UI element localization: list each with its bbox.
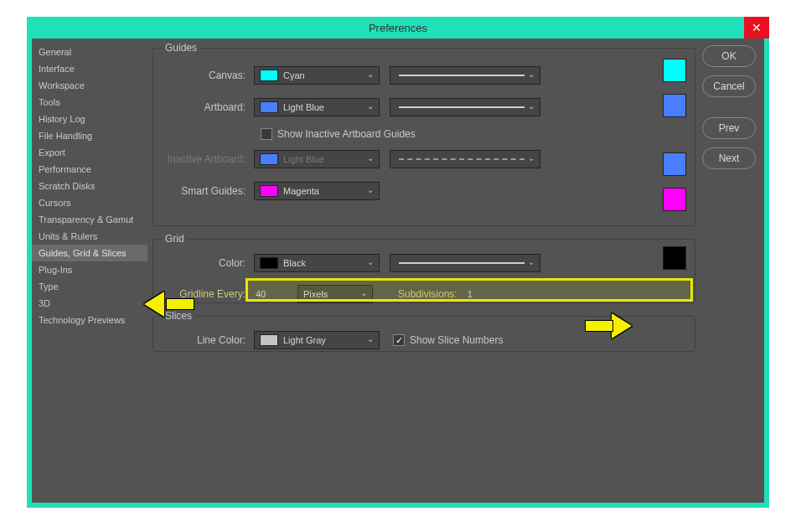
subdivisions-label: Subdivisions: [398, 288, 466, 300]
slices-color-swatch-icon [260, 334, 278, 346]
cancel-button[interactable]: Cancel [702, 75, 756, 97]
canvas-label: Canvas: [162, 70, 254, 81]
chevron-down-icon: ⌄ [367, 334, 374, 343]
sidebar-item-units-rulers[interactable]: Units & Rulers [32, 228, 147, 245]
grid-style-select[interactable]: ⌄ [390, 254, 540, 272]
dialog-body: General Interface Workspace Tools Histor… [32, 39, 764, 503]
sidebar-item-interface[interactable]: Interface [32, 60, 147, 77]
prev-button[interactable]: Prev [702, 117, 756, 139]
show-inactive-checkbox[interactable] [261, 128, 272, 140]
grid-color-select[interactable]: Black ⌄ [254, 254, 380, 272]
canvas-style-select[interactable]: ⌄ [390, 66, 540, 85]
sidebar-item-performance[interactable]: Performance [32, 161, 147, 178]
sidebar-item-3d[interactable]: 3D [32, 295, 147, 312]
canvas-color-swatch-icon [260, 70, 278, 81]
chevron-down-icon: ⌄ [528, 153, 535, 163]
grid-legend: Grid [162, 233, 188, 245]
chevron-down-icon: ⌄ [367, 70, 374, 79]
sidebar-item-guides-grid-slices[interactable]: Guides, Grid & Slices [32, 245, 147, 261]
sidebar-item-export[interactable]: Export [32, 144, 147, 161]
chevron-down-icon: ⌄ [528, 70, 535, 79]
sidebar-item-transparency-gamut[interactable]: Transparency & Gamut [32, 211, 147, 228]
artboard-style-select[interactable]: ⌄ [390, 98, 540, 116]
chevron-down-icon: ⌄ [367, 185, 374, 194]
category-sidebar: General Interface Workspace Tools Histor… [32, 39, 147, 503]
slices-color-select[interactable]: Light Gray ⌄ [254, 331, 380, 349]
slices-line-color-label: Line Color: [162, 334, 254, 346]
ok-button[interactable]: OK [702, 45, 756, 67]
smart-guides-label: Smart Guides: [162, 185, 254, 197]
show-inactive-label: Show Inactive Artboard Guides [277, 128, 416, 140]
sidebar-item-workspace[interactable]: Workspace [32, 77, 147, 94]
artboard-label: Artboard: [162, 101, 254, 113]
slices-legend: Slices [162, 310, 195, 322]
smart-color-select[interactable]: Magenta ⌄ [254, 182, 380, 200]
gridline-every-input[interactable] [254, 287, 287, 302]
chevron-down-icon: ⌄ [367, 101, 374, 111]
grid-group: Grid Color: Black ⌄ ⌄ [152, 233, 695, 303]
inactive-color-select: Light Blue ⌄ [254, 150, 380, 168]
gridline-every-label: Gridline Every: [162, 288, 254, 300]
sidebar-item-tools[interactable]: Tools [32, 94, 147, 111]
sidebar-item-file-handling[interactable]: File Handling [32, 127, 147, 144]
inactive-style-select: ⌄ [390, 150, 540, 168]
sidebar-item-general[interactable]: General [32, 44, 147, 60]
smart-color-swatch-icon [260, 185, 278, 197]
close-icon: ✕ [752, 21, 762, 34]
grid-color-label: Color: [162, 257, 254, 269]
chevron-down-icon: ⌄ [528, 101, 535, 111]
sidebar-item-scratch-disks[interactable]: Scratch Disks [32, 178, 147, 194]
chevron-down-icon: ⌄ [367, 257, 374, 266]
chevron-down-icon: ⌄ [367, 153, 374, 163]
inactive-artboard-label: Inactive Artboard: [162, 153, 254, 165]
show-slice-numbers-label: Show Slice Numbers [410, 334, 503, 346]
inactive-color-swatch-icon [260, 153, 278, 165]
title-bar: Preferences ✕ [27, 17, 769, 39]
sidebar-item-technology-previews[interactable]: Technology Previews [32, 312, 147, 328]
grid-color-swatch[interactable] [663, 246, 686, 270]
subdivisions-input[interactable] [466, 287, 499, 302]
guides-legend: Guides [162, 42, 200, 54]
canvas-color-swatch[interactable] [663, 59, 686, 82]
artboard-color-swatch-icon [260, 101, 278, 113]
artboard-color-swatch[interactable] [663, 94, 686, 117]
next-button[interactable]: Next [702, 147, 756, 169]
show-slice-numbers-checkbox[interactable] [393, 334, 405, 346]
gridline-unit-select[interactable]: Pixels ⌄ [297, 285, 373, 303]
grid-color-swatch-icon [260, 257, 278, 269]
chevron-down-icon: ⌄ [528, 257, 535, 266]
content-area: Guides Canvas: Cyan ⌄ ⌄ [147, 39, 764, 503]
canvas-color-select[interactable]: Cyan ⌄ [254, 66, 380, 85]
sidebar-item-plug-ins[interactable]: Plug-Ins [32, 261, 147, 278]
artboard-color-select[interactable]: Light Blue ⌄ [254, 98, 380, 116]
slices-group: Slices Line Color: Light Gray ⌄ Show Sli… [152, 310, 695, 352]
preferences-window: Preferences ✕ General Interface Workspac… [27, 17, 769, 508]
guides-group: Guides Canvas: Cyan ⌄ ⌄ [152, 42, 695, 226]
sidebar-item-history-log[interactable]: History Log [32, 111, 147, 127]
smart-color-swatch[interactable] [663, 188, 686, 211]
close-button[interactable]: ✕ [744, 17, 769, 39]
chevron-down-icon: ⌄ [360, 288, 367, 297]
dialog-buttons: OK Cancel Prev Next [695, 42, 759, 498]
inactive-color-swatch[interactable] [663, 152, 686, 176]
sidebar-item-type[interactable]: Type [32, 278, 147, 295]
sidebar-item-cursors[interactable]: Cursors [32, 194, 147, 211]
dialog-title: Preferences [369, 22, 427, 34]
